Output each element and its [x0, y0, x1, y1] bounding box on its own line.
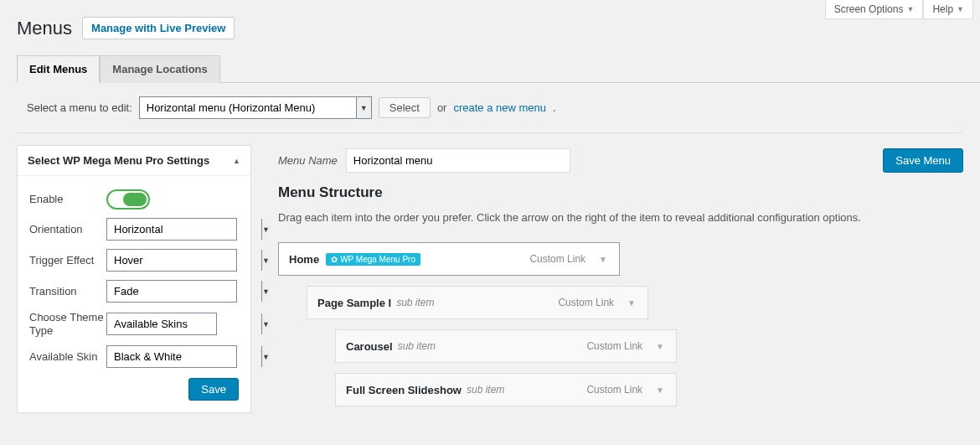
screen-options-tab[interactable]: Screen Options ▼	[825, 0, 924, 19]
enable-toggle[interactable]	[106, 189, 150, 210]
orientation-value[interactable]	[107, 219, 261, 240]
menu-item-sub: sub item	[398, 340, 436, 352]
chevron-down-icon[interactable]: ▼	[652, 339, 668, 354]
menu-select[interactable]: ▼	[139, 96, 372, 119]
skin-value[interactable]	[107, 346, 261, 367]
menu-item-title: Page Sample I	[317, 297, 391, 309]
menu-name-label: Menu Name	[278, 154, 338, 167]
menu-item-home[interactable]: Home ✿ WP Mega Menu Pro Custom Link ▼	[278, 242, 620, 276]
menu-item-title: Carousel	[346, 340, 393, 353]
save-settings-button[interactable]: Save	[188, 378, 239, 401]
menu-item-type: Custom Link	[586, 340, 642, 352]
badge-label: WP Mega Menu Pro	[340, 255, 415, 264]
toggle-knob	[123, 193, 147, 206]
theme-type-label: Choose Theme Type	[29, 311, 106, 337]
menu-item-title: Full Screen Slideshow	[346, 384, 462, 396]
menu-item-page-sample[interactable]: Page Sample I sub item Custom Link ▼	[307, 286, 648, 319]
help-label: Help	[932, 3, 953, 15]
create-new-menu-link[interactable]: create a new menu	[453, 101, 546, 114]
menu-item-slideshow[interactable]: Full Screen Slideshow sub item Custom Li…	[335, 373, 677, 406]
skin-select[interactable]: ▼	[106, 345, 237, 368]
theme-type-select[interactable]: ▼	[106, 313, 217, 335]
menu-name-input[interactable]	[346, 148, 570, 173]
enable-label: Enable	[29, 193, 106, 206]
page-title: Menus	[17, 18, 72, 39]
menu-item-sub: sub item	[396, 297, 434, 308]
menu-item-type: Custom Link	[529, 253, 585, 265]
live-preview-button[interactable]: Manage with Live Preview	[82, 17, 235, 39]
settings-panel: Select WP Mega Menu Pro Settings ▲ Enabl…	[17, 145, 251, 413]
select-button[interactable]: Select	[379, 97, 431, 118]
menu-item-type: Custom Link	[558, 297, 614, 308]
menu-select-value[interactable]	[140, 97, 356, 118]
screen-options-label: Screen Options	[834, 3, 904, 15]
transition-select[interactable]: ▼	[106, 280, 237, 303]
transition-value[interactable]	[107, 281, 261, 302]
theme-type-value[interactable]	[107, 313, 261, 334]
menu-item-title: Home	[289, 253, 319, 266]
chevron-down-icon[interactable]: ▼	[596, 251, 611, 267]
settings-heading: Select WP Mega Menu Pro Settings	[28, 154, 209, 167]
help-tab[interactable]: Help ▼	[923, 0, 973, 19]
chevron-down-icon: ▼	[957, 5, 964, 13]
chevron-down-icon[interactable]: ▼	[624, 295, 639, 311]
orientation-label: Orientation	[29, 223, 106, 236]
structure-desc: Drag each item into the order you prefer…	[278, 211, 963, 224]
mega-menu-badge[interactable]: ✿ WP Mega Menu Pro	[326, 253, 420, 266]
structure-heading: Menu Structure	[278, 184, 963, 201]
tab-edit-menus[interactable]: Edit Menus	[17, 55, 100, 83]
tab-manage-locations[interactable]: Manage Locations	[100, 55, 219, 83]
chevron-down-icon: ▼	[906, 5, 914, 13]
trigger-value[interactable]	[107, 250, 261, 271]
save-menu-button[interactable]: Save Menu	[883, 148, 963, 173]
menu-item-sub: sub item	[467, 384, 504, 396]
skin-label: Available Skin	[29, 350, 106, 364]
trigger-label: Trigger Effect	[29, 254, 106, 267]
gear-icon: ✿	[331, 255, 338, 264]
select-menu-label: Select a menu to edit:	[27, 101, 132, 114]
chevron-down-icon[interactable]: ▼	[356, 97, 371, 118]
settings-panel-toggle[interactable]: Select WP Mega Menu Pro Settings ▲	[18, 146, 250, 176]
nav-tabs: Edit Menus Manage Locations	[17, 54, 980, 83]
menu-item-type: Custom Link	[586, 384, 642, 396]
chevron-down-icon[interactable]: ▼	[652, 382, 668, 398]
orientation-select[interactable]: ▼	[106, 218, 237, 241]
transition-label: Transition	[29, 285, 106, 298]
trigger-select[interactable]: ▼	[106, 249, 237, 272]
or-text: or	[437, 101, 447, 114]
chevron-up-icon: ▲	[233, 157, 240, 165]
menu-item-carousel[interactable]: Carousel sub item Custom Link ▼	[335, 329, 677, 363]
